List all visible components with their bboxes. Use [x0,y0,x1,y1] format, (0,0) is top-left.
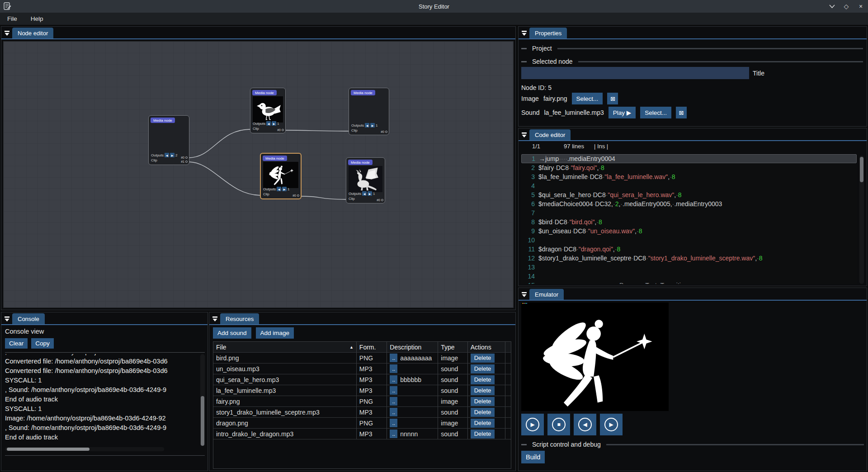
column-description[interactable]: Description [387,342,438,352]
delete-button[interactable]: Delete [471,354,495,363]
build-button[interactable]: Build [521,451,545,463]
play-button[interactable]: ▶ [521,414,544,435]
image-select-button[interactable]: Select... [572,93,603,104]
edit-description-button[interactable]: .. [390,354,397,362]
delete-button[interactable]: Delete [471,386,495,395]
node-fairy[interactable]: Media nodeOutputs◀▶1Clip#0 [260,153,302,199]
sound-select-button[interactable]: Select... [640,107,671,118]
sound-clear-button[interactable]: ⊠ [676,107,687,118]
delete-button[interactable]: Delete [471,419,495,428]
column-file[interactable]: File▲ [213,342,357,352]
code-line[interactable]: 9$un_oiseau·DC8·"un_oiseau.wav",·8 [521,227,857,236]
table-row[interactable]: bird.pngPNG..aaaaaaaaaimageDelete [213,353,511,363]
add-image-button[interactable]: Add image [256,327,294,339]
output-port[interactable]: #0 [381,130,387,133]
console-vertical-scrollbar[interactable] [200,354,205,446]
menu-help[interactable]: Help [29,14,45,24]
node-dragon[interactable]: Media nodeOutputs◀▶1Clip#0 [346,157,385,203]
close-button[interactable]: × [857,3,864,10]
code-line[interactable]: 5$qui_sera_le_hero·DC8·"qui_sera_le_hero… [521,190,857,199]
outputs-decrease-button[interactable]: ◀ [362,191,367,196]
tab-properties[interactable]: Properties [529,28,567,38]
column-type[interactable]: Type [438,342,467,352]
code-line[interactable]: 11$dragon·DC8·"dragon.qoi",·8 [521,245,857,254]
code-vertical-scrollbar[interactable] [859,156,864,284]
outputs-decrease-button[interactable]: ◀ [365,123,369,127]
column-actions[interactable]: Actions [468,342,505,352]
add-sound-button[interactable]: Add sound [213,327,251,339]
output-port[interactable]: #0 [377,198,383,202]
column-form[interactable]: Form. [357,342,387,352]
code-text-area[interactable]: 1→jump····.mediaEntry00042$fairy·DC8·"fa… [521,154,857,284]
delete-button[interactable]: Delete [471,397,495,406]
panel-collapse-button[interactable] [1,28,12,38]
table-row[interactable]: fairy.pngPNG..imageDelete [213,396,511,407]
outputs-decrease-button[interactable]: ◀ [277,187,281,191]
delete-button[interactable]: Delete [471,430,495,439]
edit-description-button[interactable]: .. [390,430,397,438]
outputs-increase-button[interactable]: ▶ [368,191,372,196]
outputs-increase-button[interactable]: ▶ [272,121,276,126]
step-forward-button[interactable]: ▶ [600,414,623,435]
delete-button[interactable]: Delete [471,408,495,417]
image-clear-button[interactable]: ⊠ [607,93,618,104]
delete-button[interactable]: Delete [471,364,495,373]
step-back-button[interactable]: ◀ [574,414,596,435]
edit-description-button[interactable]: .. [390,419,397,427]
outputs-decrease-button[interactable]: ◀ [266,121,271,126]
panel-collapse-button[interactable] [209,313,220,324]
table-row[interactable]: story1_drako_luminelle_sceptre.mp3MP3..s… [213,407,511,418]
node-start[interactable]: Media nodeOutputs◀▶2Clip#0#1 [148,115,189,165]
panel-collapse-button[interactable] [1,313,12,324]
edit-description-button[interactable]: .. [390,397,397,406]
code-line[interactable]: 10 [521,236,857,245]
output-port[interactable]: #0 [181,156,188,159]
maximize-button[interactable]: ◇ [843,3,850,10]
delete-button[interactable]: Delete [471,375,495,384]
code-line[interactable]: 3$la_fee_luminelle·DC8·"la_fee_luminelle… [521,172,857,181]
tab-emulator[interactable]: Emulator [529,289,564,300]
code-line[interactable]: 13 [521,263,857,272]
outputs-increase-button[interactable]: ▶ [170,153,175,157]
output-port[interactable]: #1 [181,160,188,163]
copy-button[interactable]: Copy [31,338,54,349]
code-line[interactable]: 4 [521,181,857,190]
tab-resources[interactable]: Resources [220,313,259,324]
table-row[interactable]: intro_drako_le_dragon.mp3MP3..nnnnnsound… [213,429,511,439]
table-row[interactable]: qui_sera_le_hero.mp3MP3..bbbbbbsoundDele… [213,374,511,385]
code-line[interactable]: 15 Dragon Text Transition [521,281,857,284]
table-row[interactable]: la_fee_luminelle.mp3MP3..soundDelete [213,385,511,396]
code-line[interactable]: 8$bird·DC8·"bird.qoi",·8 [521,217,857,227]
clear-button[interactable]: Clear [5,338,28,349]
outputs-decrease-button[interactable]: ◀ [165,153,169,157]
edit-description-button[interactable]: .. [390,386,397,395]
sound-play-button[interactable]: Play ▶ [609,107,636,118]
code-line[interactable]: 14 [521,272,857,281]
output-port[interactable]: #0 [277,128,284,132]
tab-console[interactable]: Console [12,313,45,324]
console-horizontal-scrollbar[interactable] [5,447,164,451]
menu-file[interactable]: File [5,14,19,24]
tab-code-editor[interactable]: Code editor [529,129,571,140]
edit-description-button[interactable]: .. [390,408,397,416]
table-row[interactable]: un_oiseau.mp3MP3..soundDelete [213,363,511,374]
panel-collapse-button[interactable] [519,28,529,38]
node-choice[interactable]: Media nodeOutputs◀▶1Clip#0 [349,88,389,135]
code-line[interactable]: 1→jump····.mediaEntry0004 [521,154,857,163]
table-row[interactable]: dragon.pngPNG..imageDelete [213,418,511,429]
outputs-increase-button[interactable]: ▶ [282,187,287,191]
tab-node-editor[interactable]: Node editor [12,28,53,38]
edit-description-button[interactable]: .. [390,364,397,373]
title-input[interactable] [521,67,749,79]
stop-button[interactable]: ■ [547,414,570,435]
minimize-button[interactable] [828,3,835,10]
code-line[interactable]: 12$story1_drako_luminelle_sceptre·DC8·"s… [521,254,857,263]
edit-description-button[interactable]: .. [390,375,397,384]
node-graph-canvas[interactable]: Media nodeOutputs◀▶2Clip#0#1Media nodeOu… [3,41,514,308]
node-bird[interactable]: Media nodeOutputs◀▶1Clip#0 [250,88,286,133]
code-line[interactable]: 2$fairy·DC8·"fairy.qoi",·8 [521,163,857,172]
panel-collapse-button[interactable] [519,129,529,140]
outputs-increase-button[interactable]: ▶ [370,123,375,127]
code-line[interactable]: 6$mediaChoice0004·DC32,·2,·.mediaEntry00… [521,199,857,208]
code-line[interactable]: 7 [521,208,857,217]
